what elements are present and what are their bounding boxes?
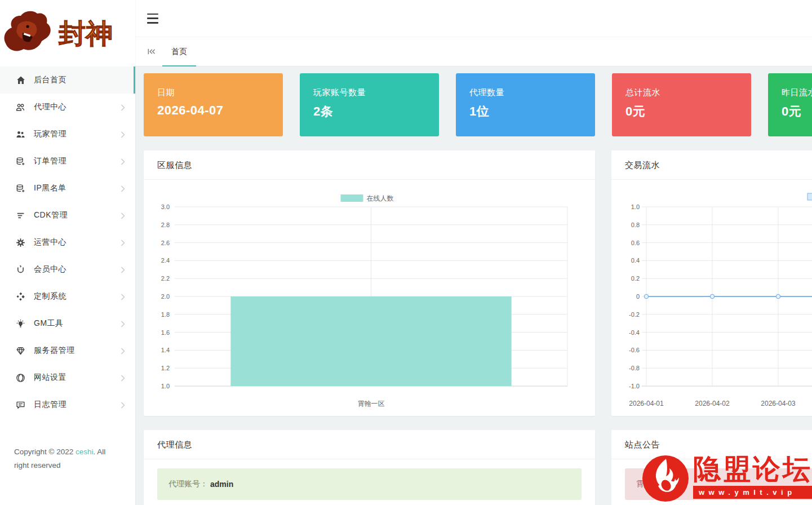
svg-text:2.6: 2.6 <box>161 240 170 246</box>
chevron-right-icon <box>121 185 125 192</box>
watermark-title: 隐盟论坛 <box>693 454 812 485</box>
watermark-flame-icon <box>641 454 690 503</box>
chevron-right-icon <box>121 212 125 219</box>
stat-card-value: 0元 <box>782 103 812 120</box>
stat-card-3: 代理数量1位 <box>456 73 595 136</box>
sidebar-item-3[interactable]: 玩家管理 <box>0 121 135 148</box>
tab-home-label: 首页 <box>171 47 187 57</box>
sidebar-item-2[interactable]: 代理中心 <box>0 94 135 121</box>
chevron-right-icon <box>121 104 125 110</box>
sidebar-item-12[interactable]: 网站设置 <box>0 364 135 391</box>
sidebar-item-8[interactable]: 会员中心 <box>0 256 135 283</box>
sidebar-item-label: 代理中心 <box>34 102 121 112</box>
sidebar-item-10[interactable]: GM工具 <box>0 310 135 337</box>
sidebar-item-label: IP黑名单 <box>34 183 121 193</box>
agent-account-alert: 代理账号： admin <box>157 468 582 500</box>
panel-server-info: 区服信息 1.01.21.41.61.82.02.22.42.62.83.0在线… <box>144 150 595 416</box>
sidebar-item-7[interactable]: 运营中心 <box>0 229 135 256</box>
logs-icon <box>16 400 25 410</box>
watermark: 隐盟论坛 www.ymlt.vip <box>641 454 812 503</box>
watermark-url: www.ymlt.vip <box>693 486 812 499</box>
stat-card-title: 总计流水 <box>625 87 738 98</box>
chevron-right-icon <box>121 266 125 273</box>
sidebar-item-label: CDK管理 <box>34 210 121 220</box>
custom-system-icon <box>16 292 25 302</box>
lion-logo-icon <box>1 7 57 59</box>
tabbar: 首页 <box>135 37 812 67</box>
chevron-right-icon <box>121 374 125 381</box>
sidebar-menu: 后台首页代理中心玩家管理订单管理IP黑名单CDK管理运营中心会员中心定制系统GM… <box>0 67 135 418</box>
svg-text:2.8: 2.8 <box>161 222 170 228</box>
svg-text:2026-04-03: 2026-04-03 <box>761 400 796 407</box>
copyright: Copyright © 2022 ceshi. All right reserv… <box>14 445 121 473</box>
sidebar-item-label: 运营中心 <box>34 237 121 247</box>
agents-icon <box>16 103 25 112</box>
sidebar-item-11[interactable]: 服务器管理 <box>0 337 135 364</box>
sidebar-item-label: 玩家管理 <box>34 129 121 139</box>
stat-card-1: 日期2026-04-07 <box>144 73 283 136</box>
panel-transactions-title: 交易流水 <box>611 150 812 180</box>
server-bar-chart: 1.01.21.41.61.82.02.22.42.62.83.0在线人数霄翰一… <box>144 180 595 416</box>
stat-card-value: 0元 <box>625 103 738 120</box>
tab-collapse-icon[interactable] <box>143 37 159 66</box>
sidebar-item-4[interactable]: 订单管理 <box>0 148 135 175</box>
agent-account-label: 代理账号： <box>168 479 208 489</box>
stat-card-5: 昨日流水0元 <box>768 73 812 136</box>
stat-card-value: 2条 <box>313 103 425 120</box>
chevron-right-icon <box>121 239 125 246</box>
sidebar-item-label: GM工具 <box>34 318 121 329</box>
svg-text:2026-04-02: 2026-04-02 <box>695 400 730 407</box>
watermark-text-block: 隐盟论坛 www.ymlt.vip <box>693 454 812 499</box>
orders-icon <box>16 157 25 166</box>
stat-card-title: 昨日流水 <box>782 87 812 98</box>
chevron-right-icon <box>121 293 125 300</box>
chevron-right-icon <box>121 131 125 138</box>
svg-text:1.0: 1.0 <box>161 383 170 389</box>
agent-account-value: admin <box>210 480 233 489</box>
svg-text:0.6: 0.6 <box>631 240 640 246</box>
menu-toggle-icon[interactable] <box>145 12 160 25</box>
sidebar-item-5[interactable]: IP黑名单 <box>0 175 135 202</box>
sidebar-item-9[interactable]: 定制系统 <box>0 283 135 310</box>
cdk-icon <box>16 211 25 220</box>
stat-card-value: 1位 <box>469 103 582 120</box>
home-icon <box>16 76 25 85</box>
stat-cards-row: 日期2026-04-07玩家账号数量2条代理数量1位总计流水0元昨日流水0元 <box>144 73 812 136</box>
svg-text:1.8: 1.8 <box>161 311 170 318</box>
svg-text:1.0: 1.0 <box>631 203 640 210</box>
svg-text:0.2: 0.2 <box>631 275 640 282</box>
sidebar-item-label: 订单管理 <box>34 156 121 166</box>
sidebar-item-label: 后台首页 <box>34 75 123 85</box>
app-logo: 封神 <box>0 0 135 67</box>
panel-transactions: 交易流水 -1.0-0.8-0.6-0.4-0.200.20.40.60.81.… <box>611 150 812 416</box>
svg-text:0.8: 0.8 <box>631 222 640 228</box>
gm-tools-icon <box>16 319 25 329</box>
main-area: 首页 日期2026-04-07玩家账号数量2条代理数量1位总计流水0元昨日流水0… <box>135 0 812 505</box>
svg-text:3.0: 3.0 <box>161 203 170 210</box>
sidebar-item-label: 会员中心 <box>34 264 121 274</box>
stat-card-title: 日期 <box>157 87 269 98</box>
transactions-line-chart: -1.0-0.8-0.6-0.4-0.200.20.40.60.81.02026… <box>611 180 812 416</box>
svg-text:0.4: 0.4 <box>631 257 640 264</box>
sidebar-item-6[interactable]: CDK管理 <box>0 202 135 229</box>
stat-card-4: 总计流水0元 <box>612 73 751 136</box>
svg-text:2.2: 2.2 <box>161 275 170 282</box>
panel-server-info-title: 区服信息 <box>144 150 595 180</box>
copyright-link[interactable]: ceshi <box>76 448 94 456</box>
sidebar-item-label: 定制系统 <box>34 291 121 302</box>
panel-agent-info: 代理信息 代理账号： admin <box>144 430 595 505</box>
chevron-right-icon <box>121 347 125 354</box>
svg-text:0: 0 <box>636 293 640 300</box>
svg-text:-0.6: -0.6 <box>629 347 640 353</box>
svg-text:1.2: 1.2 <box>161 365 170 371</box>
site-settings-icon <box>16 373 25 383</box>
sidebar-item-label: 服务器管理 <box>34 345 121 356</box>
svg-text:2.4: 2.4 <box>161 257 170 264</box>
sidebar-item-label: 网站设置 <box>34 373 121 383</box>
svg-text:霄翰一区: 霄翰一区 <box>358 400 385 407</box>
sidebar-item-1[interactable]: 后台首页 <box>0 67 135 94</box>
operations-icon <box>16 238 25 247</box>
sidebar-item-13[interactable]: 日志管理 <box>0 391 135 418</box>
chevron-right-icon <box>121 158 125 165</box>
tab-home[interactable]: 首页 <box>162 37 196 66</box>
